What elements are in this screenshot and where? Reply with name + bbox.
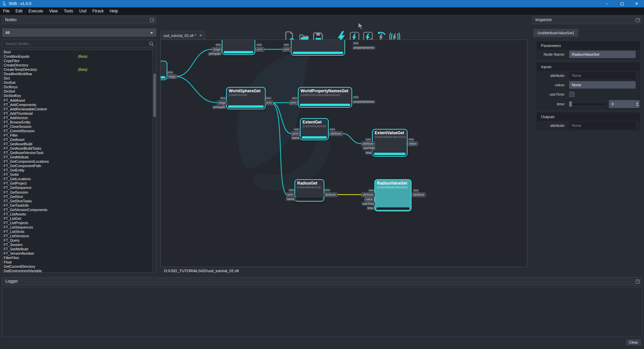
port-attribute[interactable]: attribute	[324, 193, 337, 197]
port-arrows-icon[interactable]: >>>	[413, 189, 419, 192]
graph-node-extentvalueget[interactable]: ExtentValueGet(UsdAttributeValueGet)	[372, 129, 408, 157]
search-input[interactable]	[3, 40, 156, 47]
list-scrollbar[interactable]	[153, 50, 156, 272]
port-arrows-icon[interactable]: >>>	[329, 128, 335, 131]
node-type-item[interactable]: FT_ListProjects	[3, 221, 156, 225]
port-prim[interactable]: prim	[291, 132, 300, 136]
node-type-item[interactable]: FT_GetAssetBuildTasks	[3, 146, 156, 151]
node-type-item[interactable]: FT_GetAttribute	[3, 155, 156, 159]
port-arrows-icon[interactable]: >>>	[215, 43, 221, 47]
port-arrows-icon[interactable]: >>>	[266, 97, 272, 100]
close-button[interactable]: ✕	[629, 0, 644, 7]
port-attribute[interactable]: attribute	[361, 142, 375, 146]
node-type-item[interactable]: FT_AddThumbnail	[3, 111, 156, 116]
logger-output[interactable]	[2, 287, 642, 337]
port-stage[interactable]: stage	[217, 101, 227, 105]
node-type-item[interactable]: FT_GetId	[3, 172, 156, 177]
attribute-field[interactable]: None	[569, 122, 636, 129]
port-prim[interactable]: prim	[286, 193, 295, 197]
node-type-item[interactable]: FT_ListGet	[3, 216, 156, 221]
port-prim[interactable]: prim	[265, 101, 273, 105]
port-arrows-icon[interactable]: >>>	[324, 189, 330, 192]
port-useTime[interactable]: useTime	[362, 146, 376, 150]
port-propertyNames[interactable]: propertyNames	[353, 46, 375, 50]
graph-node-worldsphereget[interactable]: WorldSphereGet(UsdPrimGet)	[226, 87, 266, 109]
node-type-item[interactable]: CreateTempDirectory(Beta)	[3, 67, 156, 72]
node-type-item[interactable]: FT_CommitSession	[3, 129, 156, 133]
node-type-item[interactable]: DeadlineWorkflow	[3, 72, 156, 76]
port-arrows-icon[interactable]: >>>	[368, 189, 374, 192]
port-arrows-icon[interactable]: >>>	[167, 71, 173, 74]
node-type-item[interactable]: FT_GetShotTasks	[3, 199, 156, 203]
node-type-item[interactable]: FT_SetAttribute	[3, 247, 156, 251]
port-prim[interactable]: prim	[256, 47, 264, 52]
scrollbar-thumb[interactable]	[153, 73, 156, 117]
node-type-item[interactable]: FT_Query	[3, 238, 156, 243]
port-arrows-icon[interactable]: >>>	[365, 138, 371, 141]
port-arrows-icon[interactable]: >>>	[353, 96, 359, 99]
node-type-item[interactable]: FT_GetComponentLocations	[3, 159, 156, 164]
node-graph-canvas[interactable]: 1>>>stage(UsdPrimGet)>>>stageprimpath>>>…	[160, 40, 527, 267]
node-type-item[interactable]: CreateDirectory	[3, 63, 156, 67]
graph-node-extentget[interactable]: ExtentGet(UsdAttributeGet)	[300, 118, 329, 140]
port-arrows-icon[interactable]: >>>	[408, 138, 414, 141]
node-type-item[interactable]: FT_ListShots	[3, 230, 156, 234]
port-arrows-icon[interactable]: >>>	[353, 42, 359, 45]
node-type-item[interactable]: FilterFiles	[3, 256, 156, 260]
node-type-item[interactable]: FT_CloseSession	[3, 124, 156, 129]
menu-item-ftrack[interactable]: Ftrack	[90, 7, 107, 15]
node-type-item[interactable]: FT_GetEntity	[3, 168, 156, 172]
undock-icon[interactable]	[150, 18, 154, 22]
port-arrows-icon[interactable]: >>>	[283, 43, 289, 47]
node-type-item[interactable]: FT_GetVersionComponents	[3, 208, 156, 212]
port-useTime[interactable]: useTime	[362, 202, 375, 206]
node-type-item[interactable]: FT_VersionNumber	[3, 251, 156, 256]
time-slider[interactable]	[569, 101, 606, 107]
graph-node-stage-node-clipped[interactable]: 1	[160, 61, 167, 80]
graph-node-radiusget[interactable]: RadiusGet(UsdAttributeGet)	[294, 179, 324, 202]
node-type-item[interactable]: FT_AddAsset	[3, 98, 156, 103]
undock-icon[interactable]	[636, 280, 640, 284]
node-type-item[interactable]: DictKeys	[3, 85, 156, 89]
node-type-item[interactable]: FT_GetProject	[3, 181, 156, 186]
node-type-item[interactable]: GetCurrentDirectory	[3, 264, 156, 269]
port-prim[interactable]: prim	[282, 47, 291, 52]
port-attribute[interactable]: attribute	[329, 132, 343, 136]
spin-up-icon[interactable]	[636, 102, 638, 104]
menu-item-execute[interactable]: Execute	[25, 7, 46, 15]
port-stage[interactable]: stage	[212, 47, 222, 52]
spin-down-icon[interactable]	[636, 105, 638, 106]
node-type-item[interactable]: GetEnvironmentVariable	[3, 269, 156, 272]
undock-icon[interactable]	[636, 18, 640, 22]
time-spinbox[interactable]: 0	[609, 100, 640, 108]
port-arrows-icon[interactable]: >>>	[256, 43, 262, 47]
node-type-item[interactable]: DictSetKey	[3, 94, 156, 98]
port-propertyNames[interactable]: propertyNames	[353, 100, 375, 104]
maximize-button[interactable]	[614, 0, 629, 7]
node-type-item[interactable]: Float	[3, 260, 156, 264]
port-time[interactable]: time	[367, 206, 374, 210]
port-arrows-icon[interactable]: >>>	[291, 97, 298, 100]
node-type-item[interactable]: FT_GetAsset	[3, 138, 156, 142]
port-arrows-icon[interactable]: >>>	[288, 189, 294, 192]
port-attribute[interactable]: attribute	[361, 193, 375, 197]
graph-node-usd-prim-property-names-get-top[interactable]: (UsdPrimPropertyNamesGet)	[291, 40, 345, 56]
port-name[interactable]: name	[291, 136, 301, 140]
slider-handle[interactable]	[569, 101, 572, 107]
node-type-item[interactable]: FT_GetSession	[3, 190, 156, 195]
node-type-item[interactable]: Bool	[3, 50, 156, 54]
node-type-item[interactable]: FT_ListAssets	[3, 212, 156, 216]
node-type-item[interactable]: FT_Filter	[3, 133, 156, 138]
node-type-item[interactable]: FT_GetShot	[3, 195, 156, 199]
node-type-item[interactable]: FT_GetAssetVersionTask	[3, 151, 156, 155]
nodename-field[interactable]: RadiusValueSet	[569, 51, 636, 58]
node-type-item[interactable]: FT_GetLocations	[3, 177, 156, 181]
port-primpath[interactable]: primpath	[208, 52, 222, 56]
port-stage[interactable]: stage	[167, 74, 177, 79]
minimize-button[interactable]: –	[600, 0, 614, 7]
port-arrows-icon[interactable]: >>>	[293, 128, 300, 131]
node-type-item[interactable]: FT_ListVersions	[3, 234, 156, 238]
port-primpath[interactable]: primpath	[212, 105, 226, 109]
menu-item-file[interactable]: File	[0, 7, 12, 15]
node-type-item[interactable]: FT_AddVersion	[3, 116, 156, 120]
